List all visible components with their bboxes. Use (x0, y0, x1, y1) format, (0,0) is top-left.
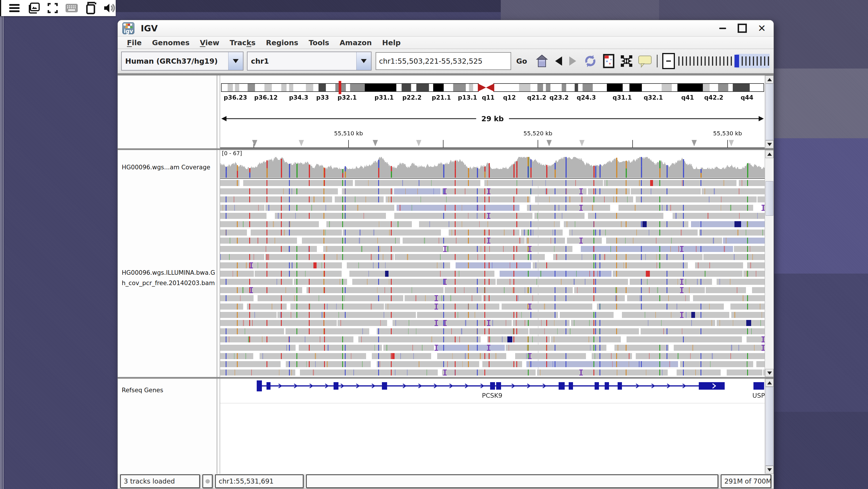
zoom-tick[interactable] (727, 56, 728, 66)
activity-indicator (202, 474, 213, 488)
copy-icon[interactable] (85, 1, 97, 15)
header-panel (118, 76, 774, 148)
chromosome-select-value: chr1 (248, 57, 356, 65)
locus-input[interactable] (376, 52, 511, 70)
panel-splitter[interactable] (217, 76, 220, 148)
menu-regions[interactable]: Regions (261, 38, 304, 47)
zoom-out-icon[interactable] (662, 53, 675, 69)
region-of-interest-icon[interactable] (603, 53, 615, 69)
zoom-track[interactable] (678, 53, 770, 69)
cursor-position-status: chr1:55,531,691 (215, 474, 304, 488)
zoom-tick[interactable] (705, 56, 706, 66)
fit-to-window-icon[interactable] (620, 53, 633, 69)
zoom-tick[interactable] (678, 56, 680, 66)
zoom-tick[interactable] (716, 56, 717, 66)
message-status (306, 474, 718, 488)
main-toolbar: Human (GRCh37/hg19) chr1 Go (118, 49, 774, 73)
menu-view[interactable]: View (195, 38, 225, 47)
header-label-column (118, 76, 217, 148)
zoom-tick[interactable] (742, 56, 743, 66)
scroll-up-icon[interactable] (765, 379, 774, 387)
zoom-tick[interactable] (689, 56, 691, 66)
home-button[interactable] (535, 53, 549, 69)
title-bar[interactable]: igv IGV ✕ (118, 20, 774, 36)
close-button[interactable]: ✕ (757, 23, 767, 33)
fullscreen-icon[interactable] (46, 1, 59, 15)
panel-splitter[interactable] (217, 150, 220, 377)
zoom-tick[interactable] (753, 56, 754, 66)
zoom-tick[interactable] (682, 56, 683, 66)
data-panel: HG00096.wgs...am Coverage HG00096.wgs.IL… (118, 150, 774, 377)
scroll-up-icon[interactable] (765, 76, 774, 84)
zoom-tick[interactable] (756, 56, 758, 66)
menu-help[interactable]: Help (377, 38, 406, 47)
alignment-track-area[interactable] (220, 150, 765, 377)
zoom-tick[interactable] (731, 56, 732, 66)
maximize-button[interactable] (737, 23, 747, 33)
hamburger-menu-icon[interactable] (8, 1, 21, 15)
popup-text-icon[interactable] (638, 53, 652, 69)
coverage-track-label[interactable]: HG00096.wgs...am Coverage (122, 164, 210, 171)
alignment-track-label-line1[interactable]: HG00096.wgs.ILLUMINA.bwa.G (122, 269, 215, 276)
window-title: IGV (141, 23, 158, 33)
scrollbar-thumb[interactable] (766, 387, 773, 466)
zoom-tick[interactable] (719, 56, 721, 66)
zoom-tick[interactable] (686, 56, 687, 66)
panel-separator (118, 73, 774, 76)
back-button[interactable] (554, 53, 563, 69)
zoom-tick[interactable] (749, 56, 750, 66)
genome-select-value: Human (GRCh37/hg19) (122, 57, 228, 65)
chromosome-select[interactable]: chr1 (247, 52, 372, 70)
igv-logo: igv (122, 22, 134, 34)
status-bar: 3 tracks loaded chr1:55,531,691 291M of … (118, 474, 774, 489)
scroll-up-icon[interactable] (765, 150, 774, 158)
zoom-thumb[interactable] (735, 55, 739, 67)
zoom-tick[interactable] (701, 56, 702, 66)
tracks-loaded-status: 3 tracks loaded (120, 474, 200, 488)
header-scrollbar[interactable] (765, 76, 774, 148)
zoom-tick[interactable] (697, 56, 698, 66)
feature-label-column: Refseq Genes (118, 379, 217, 474)
memory-status: 291M of 700M (721, 474, 771, 488)
scrollbar-thumb[interactable] (766, 181, 773, 216)
feature-panel: Refseq Genes (118, 379, 774, 474)
scrollbar-thumb[interactable] (766, 84, 773, 140)
zoom-slider[interactable] (662, 53, 770, 69)
chevron-down-icon[interactable] (356, 52, 371, 70)
menu-bar: FileGenomesViewTracksRegionsToolsAmazonH… (118, 36, 774, 49)
refseq-track-label[interactable]: Refseq Genes (122, 387, 163, 394)
zoom-tick[interactable] (712, 56, 713, 66)
minimize-button[interactable] (718, 23, 727, 33)
panel-splitter[interactable] (217, 379, 220, 474)
igv-window: igv IGV ✕ FileGenomesViewTracksRegionsTo… (118, 20, 774, 489)
menu-tools[interactable]: Tools (303, 38, 334, 47)
menu-tracks[interactable]: Tracks (224, 38, 261, 47)
genome-select[interactable]: Human (GRCh37/hg19) (121, 52, 244, 70)
menu-genomes[interactable]: Genomes (147, 38, 194, 47)
go-button[interactable]: Go (514, 57, 530, 65)
scroll-down-icon[interactable] (765, 369, 774, 377)
data-scrollbar[interactable] (765, 150, 774, 377)
refresh-icon[interactable] (583, 53, 597, 69)
zoom-tick[interactable] (745, 56, 747, 66)
feature-scrollbar[interactable] (765, 379, 774, 474)
zoom-tick[interactable] (693, 56, 694, 66)
scroll-down-icon[interactable] (765, 140, 774, 148)
toolbar-grip-handle[interactable] (0, 0, 2, 16)
zoom-tick[interactable] (708, 56, 709, 66)
gene-track-area[interactable] (220, 379, 765, 474)
keyboard-icon[interactable] (65, 1, 78, 15)
zoom-tick[interactable] (761, 56, 762, 66)
zoom-tick[interactable] (764, 56, 765, 66)
volume-icon[interactable] (103, 1, 116, 15)
forward-button (569, 53, 577, 69)
menu-file[interactable]: File (122, 38, 147, 47)
header-track-area[interactable] (220, 76, 765, 148)
screenshot-icon[interactable] (27, 1, 40, 15)
zoom-tick[interactable] (723, 56, 724, 66)
chevron-down-icon[interactable] (228, 52, 243, 70)
alignment-track-label-line2[interactable]: h_cov_pcr_free.20140203.bam (122, 280, 215, 287)
scroll-down-icon[interactable] (765, 466, 774, 474)
zoom-tick[interactable] (768, 56, 769, 66)
menu-amazon[interactable]: Amazon (334, 38, 377, 47)
